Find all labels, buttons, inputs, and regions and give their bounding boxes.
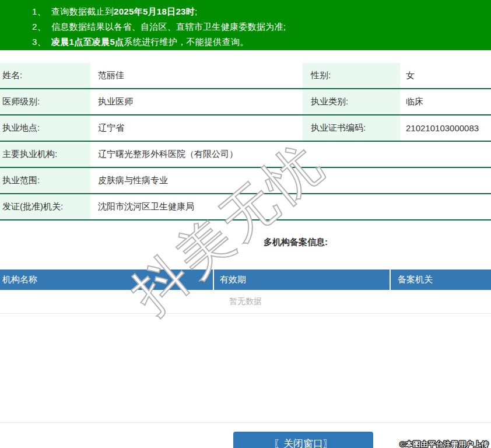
notice-line-number: 1、 — [32, 6, 46, 16]
field-label: 执业类别: — [303, 89, 400, 114]
field-value: 范丽佳 — [90, 63, 303, 88]
filing-section-header: 多机构备案信息: — [0, 220, 491, 270]
empty-data-text: 暂无数据 — [229, 296, 262, 307]
field-label: 性别: — [303, 63, 400, 88]
info-row: 执业地点:辽宁省执业证书编码:210210103000083 — [0, 116, 491, 142]
notice-line-number: 3、 — [32, 37, 46, 47]
field-value: 皮肤病与性病专业 — [90, 168, 491, 193]
notice-line-text: 查询数据截止到 — [51, 6, 114, 16]
close-window-button[interactable]: 〖关闭窗口〗 — [233, 432, 373, 448]
notice-line: 1、查询数据截止到2025年5月18日23时; — [32, 4, 491, 19]
field-label: 姓名: — [0, 63, 90, 88]
field-label: 主要执业机构: — [0, 142, 90, 167]
notice-line: 2、信息数据结果以各省、自治区、直辖市卫生健康委数据为准; — [32, 19, 491, 34]
copyright-watermark-text: ©本图由平台注册用户上传 — [399, 439, 489, 448]
field-value: 辽宁曙光整形外科医院（有限公司） — [90, 142, 491, 167]
info-row: 姓名:范丽佳性别:女 — [0, 63, 491, 89]
filing-section-title: 多机构备案信息: — [264, 237, 328, 248]
notice-banner: 1、查询数据截止到2025年5月18日23时;2、信息数据结果以各省、自治区、直… — [0, 0, 491, 50]
field-label: 医师级别: — [0, 89, 90, 114]
notice-line-text: 系统进行维护，不能提供查询。 — [124, 37, 248, 47]
info-row: 主要执业机构:辽宁曙光整形外科医院（有限公司） — [0, 142, 491, 168]
info-row: 执业范围:皮肤病与性病专业 — [0, 168, 491, 194]
field-value: 执业医师 — [90, 89, 303, 114]
content-spacer — [0, 314, 491, 422]
footer: 〖关闭窗口〗 ©本图由平台注册用户上传 — [0, 422, 491, 448]
field-value: 沈阳市沈河区卫生健康局 — [90, 194, 491, 219]
notice-line-bold-text: 凌晨1点至凌晨5点 — [51, 37, 124, 47]
notice-line: 3、凌晨1点至凌晨5点系统进行维护，不能提供查询。 — [32, 34, 491, 50]
field-label: 执业地点: — [0, 116, 90, 141]
field-value: 临床 — [400, 89, 491, 114]
filing-table-empty-row: 暂无数据 — [0, 290, 491, 314]
notice-line-number: 2、 — [32, 22, 46, 32]
info-row: 发证(批准)机关:沈阳市沈河区卫生健康局 — [0, 194, 491, 220]
notice-line-bold-text: 2025年5月18日23时 — [114, 6, 195, 16]
column-header: 有效期 — [214, 270, 391, 290]
notice-line-text: ; — [195, 6, 197, 16]
notice-line-text: 信息数据结果以各省、自治区、直辖市卫生健康委数据为准; — [51, 22, 286, 32]
info-table: 姓名:范丽佳性别:女医师级别:执业医师执业类别:临床执业地点:辽宁省执业证书编码… — [0, 63, 491, 220]
field-value: 辽宁省 — [90, 116, 303, 141]
filing-table-header: 机构名称有效期备案机关 — [0, 270, 491, 290]
column-header: 备案机关 — [391, 270, 491, 290]
field-label: 发证(批准)机关: — [0, 194, 90, 219]
field-label: 执业证书编码: — [303, 116, 400, 141]
field-value: 210210103000083 — [400, 116, 491, 141]
info-row: 医师级别:执业医师执业类别:临床 — [0, 89, 491, 116]
field-label: 执业范围: — [0, 168, 90, 193]
field-value: 女 — [400, 63, 491, 88]
column-header: 机构名称 — [0, 270, 214, 290]
